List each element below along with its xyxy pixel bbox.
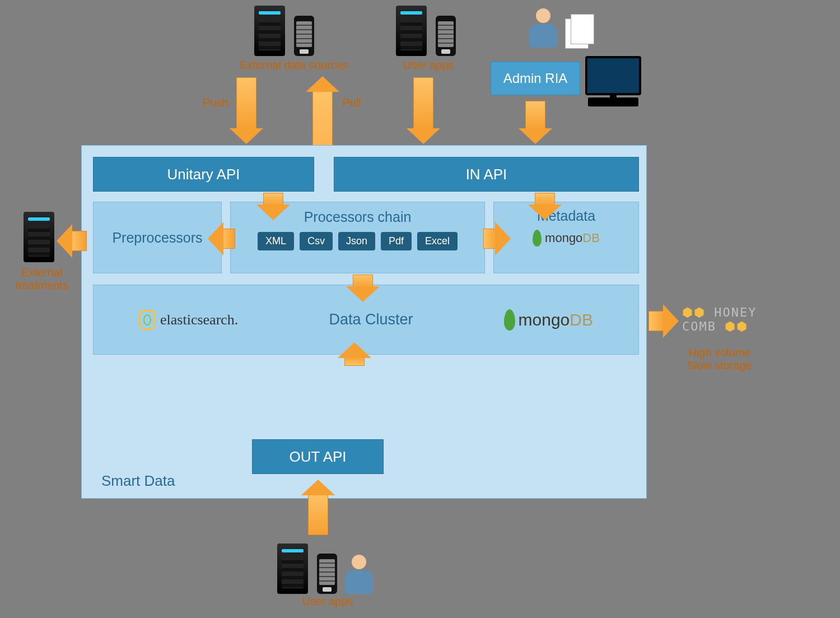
unitary-api-label: Unitary API [167,166,240,183]
external-treatments-label: External treatments [7,266,77,292]
unitary-api-box: Unitary API [93,157,314,192]
unitary-to-processors-arrow-icon [263,193,283,207]
phone-icon [317,554,337,594]
processor-chip-pdf: Pdf [381,232,412,250]
server-icon [277,543,308,594]
preprocessors-label: Preprocessors [112,230,202,246]
server-icon [24,212,54,262]
admin-ria-user-icons [529,8,596,48]
mongodb-leaf-icon [533,230,542,247]
metadata-label: Metadata [494,208,638,224]
processors-to-cluster-arrow-icon [353,275,373,289]
push-arrow-icon [236,77,256,131]
data-cluster-label: Data Cluster [329,311,413,328]
processor-chip-row: XML Csv Json Pdf Excel [231,232,484,250]
user-apps-top-icons [396,6,456,56]
server-icon [254,6,285,56]
mongodb-metadata-label: mongoDB [545,231,600,245]
mongodb-cluster-logo: mongoDB [504,309,593,331]
high-volume-label: High volume Slow storage [675,346,764,372]
out-api-label: OUT API [289,448,346,466]
in-api-label: IN API [466,166,507,183]
processor-chip-xml: XML [258,232,294,250]
user-apps-top-label: User apps [392,59,465,72]
user-apps-bottom-label: User apps [291,595,364,608]
preprocessors-to-external-arrow-icon [70,231,87,251]
preprocessors-panel: Preprocessors [93,202,222,273]
honeycomb-logo: ⬢⬢ HONEY COMB ⬢⬢ [682,305,757,333]
user-apps-top-arrow-icon [413,77,433,131]
cluster-to-storage-arrow-icon [648,311,665,331]
elasticsearch-label: elasticsearch. [160,312,238,328]
smart-data-title: Smart Data [101,472,175,490]
external-data-sources-icons [254,6,314,56]
outapi-to-cluster-arrow-icon [344,356,365,366]
user-icon [345,555,373,594]
processor-chip-excel: Excel [417,232,458,250]
elasticsearch-logo: elasticsearch. [139,310,238,330]
external-data-sources-label: External data sources [232,59,356,72]
mongodb-leaf-icon [504,309,515,331]
phone-icon [436,16,456,56]
admin-ria-box: Admin RIA [491,62,580,95]
metadata-panel: Metadata mongoDB [493,202,639,273]
processors-to-metadata-arrow-icon [483,229,497,249]
inapi-to-metadata-arrow-icon [535,193,555,207]
processors-to-preprocessors-arrow-icon [221,229,235,249]
pull-label: Pull [338,96,366,109]
out-api-box: OUT API [252,439,384,474]
admin-ria-arrow-icon [525,101,545,131]
in-api-box: IN API [334,157,639,192]
monitor-icon [585,56,641,97]
documents-icon [565,14,596,48]
push-label: Push [199,96,232,109]
phone-icon [294,16,314,56]
server-icon [396,6,427,56]
bottom-users-to-outapi-arrow-icon [308,493,328,535]
admin-ria-label: Admin RIA [503,71,568,86]
processor-chip-csv: Csv [300,232,333,250]
mongodb-cluster-label: mongoDB [519,310,593,329]
user-icon [529,8,557,48]
processor-chip-json: Json [338,232,375,250]
external-treatments-icons [24,212,54,262]
elasticsearch-icon [139,310,156,330]
user-apps-bottom-icons [277,543,373,594]
